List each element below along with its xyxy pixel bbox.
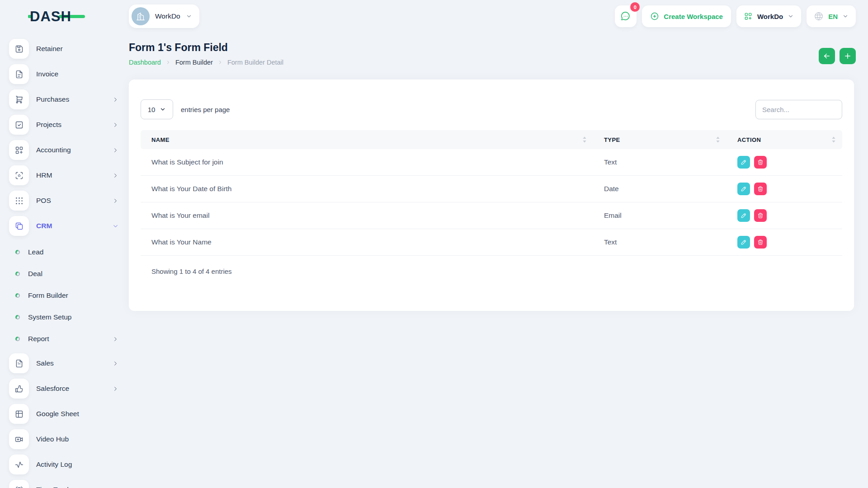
column-header-action[interactable]: ACTION	[726, 136, 842, 143]
edit-button[interactable]	[737, 156, 750, 169]
table-row: What is Subject for join Text	[141, 149, 842, 176]
edit-button[interactable]	[737, 183, 750, 195]
delete-button[interactable]	[754, 156, 767, 169]
trash-icon	[757, 186, 764, 192]
sidebar-item-purchases[interactable]: Purchases	[9, 89, 119, 109]
chevron-right-icon	[112, 360, 119, 367]
chevron-right-icon	[112, 197, 119, 204]
edit-button[interactable]	[737, 209, 750, 222]
language-button[interactable]: EN	[807, 5, 856, 27]
delete-button[interactable]	[754, 209, 767, 222]
messages-button[interactable]: 0	[615, 5, 637, 27]
sidebar-item-accounting[interactable]: Accounting	[9, 140, 119, 160]
field-actions-cell	[726, 183, 842, 195]
topbar: WorkDo 0 Create Workspace WorkDo EN	[129, 4, 856, 29]
topbar-actions: 0 Create Workspace WorkDo EN	[615, 5, 856, 27]
back-button[interactable]	[819, 48, 835, 64]
chevron-down-icon	[186, 13, 192, 19]
sidebar-item-label: Projects	[36, 121, 61, 129]
field-type-cell: Date	[593, 185, 726, 193]
sales-file-icon	[9, 353, 29, 373]
delete-button[interactable]	[754, 236, 767, 249]
sort-icon	[582, 136, 587, 143]
field-type-cell: Text	[593, 238, 726, 246]
plus-icon	[844, 52, 852, 60]
shopping-cart-icon	[9, 89, 29, 109]
column-header-name[interactable]: NAME	[141, 136, 593, 143]
workspace-selector[interactable]: WorkDo	[129, 5, 199, 28]
bullet-icon	[15, 337, 20, 341]
field-actions-cell	[726, 236, 842, 249]
bullet-icon	[15, 293, 20, 298]
language-label: EN	[828, 13, 838, 20]
sidebar-subitem-report[interactable]: Report	[9, 328, 119, 350]
sidebar-subitem-deal[interactable]: Deal	[9, 263, 119, 285]
chevron-right-icon	[112, 336, 119, 343]
sidebar-subitem-system-setup[interactable]: System Setup	[9, 306, 119, 328]
sidebar-item-crm[interactable]: CRM	[9, 216, 119, 236]
sidebar-item-projects[interactable]: Projects	[9, 115, 119, 135]
entries-per-page-select[interactable]: 10	[141, 99, 173, 119]
breadcrumb-dashboard[interactable]: Dashboard	[129, 59, 161, 66]
sidebar-item-time-tracker[interactable]: Time Tracker	[9, 480, 119, 488]
invoice-file-icon	[9, 64, 29, 84]
sidebar-item-salesforce[interactable]: Salesforce	[9, 379, 119, 399]
chevron-right-icon	[217, 60, 223, 65]
field-type-cell: Email	[593, 211, 726, 220]
trash-icon	[757, 212, 764, 219]
sidebar-item-video-hub[interactable]: Video Hub	[9, 429, 119, 449]
sidebar: DASH Retainer Invoice Purchases Projects…	[0, 0, 129, 488]
breadcrumb: Dashboard Form Builder Form Builder Deta…	[129, 59, 283, 66]
edit-button[interactable]	[737, 236, 750, 249]
table-header-row: NAME TYPE ACTION	[141, 130, 842, 149]
sidebar-subitem-label: System Setup	[28, 313, 72, 321]
crm-submenu: Lead Deal Form Builder System Setup Repo…	[9, 241, 119, 350]
app-logo[interactable]: DASH	[0, 0, 129, 33]
entries-per-page-value: 10	[148, 106, 156, 113]
sidebar-item-sales[interactable]: Sales	[9, 353, 119, 373]
workspace-avatar	[132, 7, 150, 25]
form-fields-table: NAME TYPE ACTION What is Subject for joi…	[141, 130, 842, 256]
logo-text: DASH	[30, 9, 71, 25]
page-actions	[819, 48, 856, 64]
search-input[interactable]	[755, 100, 842, 119]
delete-button[interactable]	[754, 183, 767, 195]
sidebar-item-invoice[interactable]: Invoice	[9, 64, 119, 84]
breadcrumb-form-builder[interactable]: Form Builder	[175, 59, 213, 66]
column-header-type[interactable]: TYPE	[593, 136, 726, 143]
add-form-field-button[interactable]	[840, 48, 856, 64]
sidebar-item-activity-log[interactable]: Activity Log	[9, 455, 119, 474]
sidebar-item-label: Video Hub	[36, 435, 69, 443]
sidebar-subitem-form-builder[interactable]: Form Builder	[9, 285, 119, 306]
chevron-down-icon	[160, 106, 166, 113]
pencil-icon	[741, 239, 747, 245]
sidebar-item-label: Salesforce	[36, 385, 69, 393]
sidebar-item-hrm[interactable]: HRM	[9, 165, 119, 185]
sidebar-subitem-lead[interactable]: Lead	[9, 241, 119, 263]
alarm-clock-icon	[9, 480, 29, 488]
sidebar-item-retainer[interactable]: Retainer	[9, 39, 119, 59]
chat-bubble-icon	[620, 11, 631, 22]
video-camera-icon	[9, 429, 29, 449]
sidebar-item-pos[interactable]: POS	[9, 191, 119, 211]
chevron-down-icon	[112, 223, 119, 230]
grid-plus-icon	[9, 140, 29, 160]
floppy-disk-icon	[9, 39, 29, 59]
field-name-cell: What is Your Name	[141, 238, 593, 246]
scan-focus-icon	[9, 165, 29, 185]
sidebar-item-google-sheet[interactable]: Google Sheet	[9, 404, 119, 424]
app-menu-button[interactable]: WorkDo	[736, 5, 801, 27]
create-workspace-button[interactable]: Create Workspace	[642, 5, 731, 27]
sort-icon	[716, 136, 720, 143]
column-label: NAME	[151, 136, 170, 143]
field-name-cell: What is Your email	[141, 211, 593, 220]
sidebar-item-label: Purchases	[36, 95, 69, 103]
grid-dots-icon	[9, 191, 29, 211]
create-workspace-label: Create Workspace	[664, 13, 723, 20]
entries-per-page-label: entries per page	[181, 106, 230, 113]
workspace-name: WorkDo	[155, 12, 180, 20]
sidebar-item-label: Time Tracker	[36, 486, 77, 488]
breadcrumb-current: Form Builder Detail	[227, 59, 283, 66]
globe-icon	[814, 11, 824, 21]
trash-icon	[757, 159, 764, 165]
